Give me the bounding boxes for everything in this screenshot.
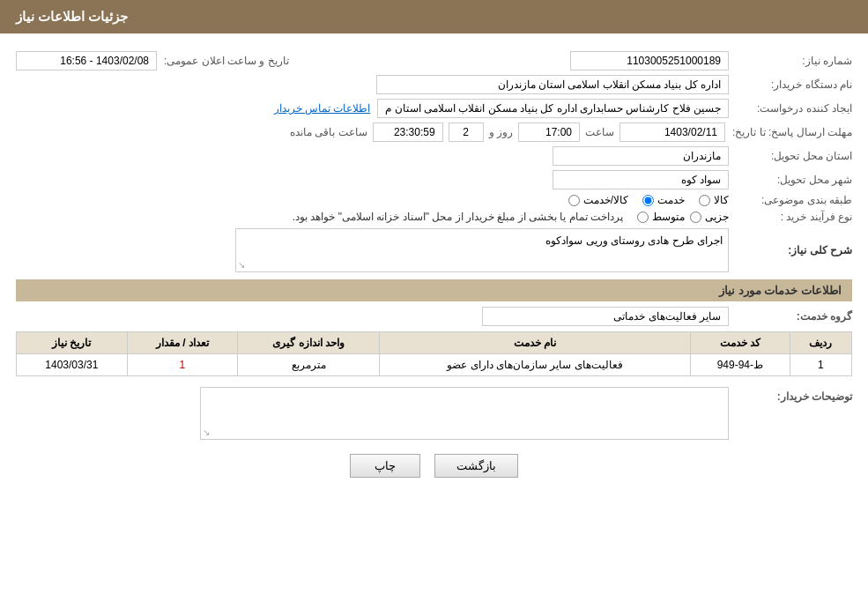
province-row: استان محل تحویل: مازندران xyxy=(16,146,852,166)
buyer-org-row: نام دستگاه خریدار: اداره کل بنیاد مسکن ا… xyxy=(16,75,852,94)
category-khedmat-radio[interactable] xyxy=(642,195,654,206)
deadline-time-label: ساعت xyxy=(585,126,614,138)
buyer-notes-row: توضیحات خریدار: ↘ xyxy=(16,387,852,440)
category-kala-khedmat: کالا/خدمت xyxy=(568,194,628,206)
notes-resize-icon: ↘ xyxy=(203,427,210,437)
category-label: طبقه بندی موضوعی: xyxy=(729,194,852,206)
general-description-value: اجرای طرح هادی روستای وریی سوادکوه xyxy=(545,234,723,247)
general-description-box: اجرای طرح هادی روستای وریی سوادکوه ↘ xyxy=(235,228,729,272)
category-radio-group: کالا خدمت کالا/خدمت xyxy=(568,194,729,206)
requester-value: جسین فلاح کارشناس حسابداری اداره کل بنیا… xyxy=(377,99,729,118)
table-row: 1 ط-94-949 فعالیت‌های سایر سازمان‌های دا… xyxy=(17,354,852,376)
deadline-days: 2 xyxy=(449,123,484,142)
page-header: جزئیات اطلاعات نیاز xyxy=(0,0,868,33)
cell-service-name: فعالیت‌های سایر سازمان‌های دارای عضو xyxy=(380,354,691,376)
need-number-value: 1103005251000189 xyxy=(570,51,729,71)
cell-service-code: ط-94-949 xyxy=(690,354,790,376)
general-description-label: شرح کلی نیاز: xyxy=(729,244,852,256)
category-khedmat: خدمت xyxy=(642,194,685,206)
purchase-jozi-radio[interactable] xyxy=(690,212,701,223)
resize-icon: ↘ xyxy=(238,260,245,270)
col-service-code: کد خدمت xyxy=(690,332,790,354)
deadline-date: 1403/02/11 xyxy=(619,123,725,142)
deadline-date-group: 1403/02/11 ساعت 17:00 روز و 2 23:30:59 س… xyxy=(290,123,725,142)
cell-row-num: 1 xyxy=(790,354,851,376)
requester-label: ایجاد کننده درخواست: xyxy=(729,102,852,115)
province-value: مازندران xyxy=(553,146,729,166)
services-section-title: اطلاعات خدمات مورد نیاز xyxy=(16,279,852,301)
col-row-num: ردیف xyxy=(790,332,851,354)
print-button[interactable]: چاپ xyxy=(350,454,420,478)
service-group-label: گروه خدمت: xyxy=(729,310,852,323)
buyer-notes-label: توضیحات خریدار: xyxy=(729,387,852,403)
buyer-org-value: اداره کل بنیاد مسکن انقلاب اسلامی استان … xyxy=(376,75,729,94)
category-khedmat-label: خدمت xyxy=(657,194,685,206)
deadline-remaining: 23:30:59 xyxy=(373,123,443,142)
general-description-row: شرح کلی نیاز: اجرای طرح هادی روستای وریی… xyxy=(16,228,852,272)
buyer-org-label: نام دستگاه خریدار: xyxy=(729,78,852,91)
col-quantity: تعداد / مقدار xyxy=(127,332,238,354)
col-date: تاریخ نیاز xyxy=(17,332,128,354)
category-kala-label: کالا xyxy=(714,194,729,206)
deadline-time: 17:00 xyxy=(518,123,580,142)
purchase-jozi-label: جزیی xyxy=(705,211,729,223)
city-value: سواد کوه xyxy=(553,170,729,189)
city-row: شهر محل تحویل: سواد کوه xyxy=(16,170,852,189)
purchase-motavasset: متوسط xyxy=(637,211,685,223)
date-label: تاریخ و ساعت اعلان عمومی: xyxy=(164,55,289,67)
back-button[interactable]: بازگشت xyxy=(434,454,518,478)
city-label: شهر محل تحویل: xyxy=(729,174,852,186)
purchase-type-note: پرداخت تمام یا بخشی از مبلغ خریدار از مح… xyxy=(293,211,623,223)
main-content: شماره نیاز: 1103005251000189 تاریخ و ساع… xyxy=(0,33,868,501)
buttons-row: بازگشت چاپ xyxy=(16,454,852,478)
requester-row: ایجاد کننده درخواست: جسین فلاح کارشناس ح… xyxy=(16,99,852,118)
category-kala-khedmat-radio[interactable] xyxy=(568,195,580,206)
need-number-row: شماره نیاز: 1103005251000189 تاریخ و ساع… xyxy=(16,51,852,71)
service-group-value: سایر فعالیت‌های خدماتی xyxy=(482,307,729,326)
buyer-notes-box: ↘ xyxy=(200,387,729,440)
services-table: ردیف کد خدمت نام خدمت واحد اندازه گیری ت… xyxy=(16,331,852,376)
category-row: طبقه بندی موضوعی: کالا خدمت کالا/خدمت xyxy=(16,194,852,206)
col-unit: واحد اندازه گیری xyxy=(238,332,380,354)
deadline-remaining-label: ساعت باقی مانده xyxy=(290,126,367,138)
category-kala: کالا xyxy=(699,194,729,206)
page-title: جزئیات اطلاعات نیاز xyxy=(16,9,128,24)
purchase-motavasset-radio[interactable] xyxy=(637,212,649,223)
cell-date: 1403/03/31 xyxy=(17,354,128,376)
category-kala-khedmat-label: کالا/خدمت xyxy=(583,194,628,206)
date-value: 1403/02/08 - 16:56 xyxy=(16,51,157,71)
deadline-label: مهلت ارسال پاسخ: تا تاریخ: xyxy=(725,126,852,138)
page-wrapper: جزئیات اطلاعات نیاز شماره نیاز: 11030052… xyxy=(0,0,868,609)
deadline-days-label: روز و xyxy=(489,126,513,138)
cell-quantity: 1 xyxy=(127,354,238,376)
purchase-jozi: جزیی xyxy=(690,211,729,223)
contact-link[interactable]: اطلاعات تماس خریدار xyxy=(274,102,371,115)
purchase-type-label: نوع فرآیند خرید : xyxy=(729,211,852,223)
purchase-type-group: جزیی متوسط پرداخت تمام یا بخشی از مبلغ خ… xyxy=(293,211,729,223)
table-header-row: ردیف کد خدمت نام خدمت واحد اندازه گیری ت… xyxy=(17,332,852,354)
category-kala-radio[interactable] xyxy=(699,195,710,206)
deadline-row: مهلت ارسال پاسخ: تا تاریخ: 1403/02/11 سا… xyxy=(16,123,852,142)
need-number-label: شماره نیاز: xyxy=(729,55,852,67)
cell-unit: مترمربع xyxy=(238,354,380,376)
purchase-type-row: نوع فرآیند خرید : جزیی متوسط پرداخت تمام… xyxy=(16,211,852,223)
service-group-row: گروه خدمت: سایر فعالیت‌های خدماتی xyxy=(16,307,852,326)
province-label: استان محل تحویل: xyxy=(729,150,852,162)
col-service-name: نام خدمت xyxy=(380,332,691,354)
purchase-motavasset-label: متوسط xyxy=(652,211,685,223)
